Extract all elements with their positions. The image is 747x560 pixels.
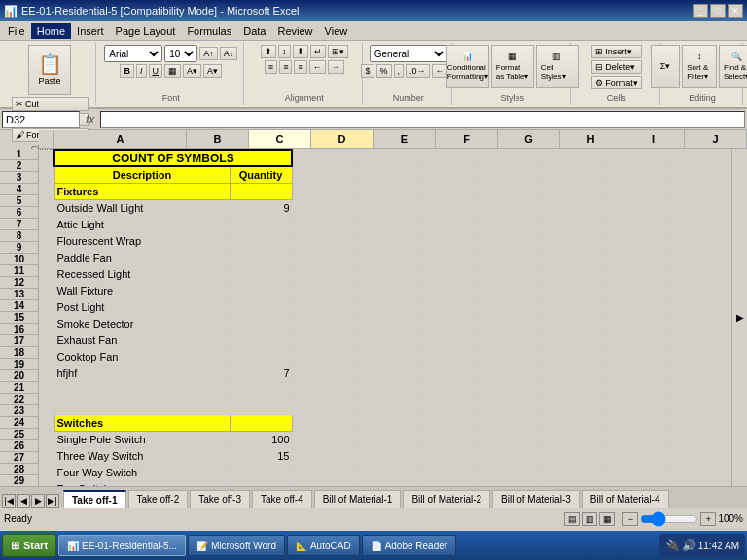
taskbar-item-excel[interactable]: 📊 EE-01-Residential-5... [58, 535, 186, 556]
cell-c7[interactable] [292, 249, 354, 265]
cell-f4[interactable] [479, 199, 541, 216]
cell-i17[interactable] [665, 414, 728, 431]
cell-g13[interactable] [541, 348, 603, 365]
cell-g15[interactable] [541, 381, 603, 398]
cell-a6[interactable]: Flourescent Wrap [54, 232, 230, 249]
cell-g5[interactable] [541, 216, 603, 232]
cell-h15[interactable] [603, 381, 665, 398]
align-left-button[interactable]: ≡ [265, 60, 277, 74]
cell-d10[interactable] [354, 298, 416, 315]
cell-d7[interactable] [354, 249, 416, 265]
cell-g14[interactable] [541, 365, 603, 381]
cell-i7[interactable] [665, 249, 728, 265]
sheet-tab-bom-4[interactable]: Bill of Material-4 [582, 490, 669, 508]
cell-a18[interactable]: Single Pole Switch [54, 431, 230, 447]
row-header-16[interactable]: 16 [0, 324, 39, 335]
cell-a9[interactable]: Wall Fixture [54, 282, 230, 298]
cell-e21[interactable] [416, 480, 479, 486]
cell-e18[interactable] [416, 431, 479, 447]
cell-a2[interactable]: Description [54, 166, 230, 183]
cell-e13[interactable] [416, 348, 479, 365]
cell-c2[interactable] [292, 166, 354, 183]
menu-insert[interactable]: Insert [71, 23, 110, 39]
increase-decimal-button[interactable]: .0→ [406, 64, 430, 78]
row-header-13[interactable]: 13 [0, 289, 39, 300]
italic-button[interactable]: I [136, 64, 147, 78]
border-button[interactable]: ▦ [164, 64, 181, 78]
menu-page-layout[interactable]: Page Layout [110, 23, 182, 39]
row-header-14[interactable]: 14 [0, 300, 39, 312]
cell-i10[interactable] [665, 298, 728, 315]
cell-b7[interactable] [230, 249, 292, 265]
cell-h21[interactable] [603, 480, 665, 486]
cell-e14[interactable] [416, 365, 479, 381]
cell-g7[interactable] [541, 249, 603, 265]
cell-h16[interactable] [603, 398, 665, 414]
cell-h6[interactable] [603, 232, 665, 249]
cell-e4[interactable] [416, 199, 479, 216]
cell-i5[interactable] [665, 216, 728, 232]
zoom-slider[interactable] [640, 511, 698, 527]
cell-c9[interactable] [292, 282, 354, 298]
cell-g19[interactable] [541, 447, 603, 464]
cell-b10[interactable] [230, 298, 292, 315]
row-header-7[interactable]: 7 [0, 219, 39, 230]
row-header-4[interactable]: 4 [0, 184, 39, 195]
cell-b18[interactable]: 100 [230, 431, 292, 447]
sheet-tab-bom-1[interactable]: Bill of Material-1 [314, 490, 402, 508]
underline-button[interactable]: U [149, 64, 163, 78]
cell-a20[interactable]: Four Way Switch [54, 464, 230, 480]
cell-g10[interactable] [541, 298, 603, 315]
page-break-view-button[interactable]: ▦ [599, 512, 615, 526]
cell-f17[interactable] [479, 414, 541, 431]
cell-e12[interactable] [416, 332, 479, 348]
sheet-tab-bom-2[interactable]: Bill of Material-2 [403, 490, 490, 508]
cell-d1[interactable] [354, 150, 416, 166]
cell-h10[interactable] [603, 298, 665, 315]
cell-h9[interactable] [603, 282, 665, 298]
row-header-26[interactable]: 26 [0, 440, 39, 452]
grid-scroll-area[interactable]: COUNT OF SYMBOLS Description Quantity [39, 149, 731, 486]
tab-last-button[interactable]: ▶| [46, 494, 59, 508]
cell-h11[interactable] [603, 315, 665, 332]
formula-input[interactable] [100, 111, 745, 128]
cell-b21[interactable] [230, 480, 292, 486]
col-header-h[interactable]: H [560, 130, 622, 148]
cell-e16[interactable] [416, 398, 479, 414]
cell-a4[interactable]: Outside Wall Light [54, 199, 230, 216]
tab-prev-button[interactable]: ◀ [17, 494, 30, 508]
sort-filter-button[interactable]: ↕ Sort & Filter▾ [682, 45, 717, 88]
cell-e10[interactable] [416, 298, 479, 315]
cell-d19[interactable] [354, 447, 416, 464]
cell-a13[interactable]: Cooktop Fan [54, 348, 230, 365]
cell-f13[interactable] [479, 348, 541, 365]
cell-i16[interactable] [665, 398, 728, 414]
font-size-selector[interactable]: 10 [164, 45, 197, 62]
cell-g3[interactable] [541, 183, 603, 199]
cell-c3[interactable] [292, 183, 354, 199]
insert-cells-button[interactable]: ⊞ Insert▾ [591, 45, 642, 58]
row-header-23[interactable]: 23 [0, 405, 39, 417]
cell-d11[interactable] [354, 315, 416, 332]
cell-h8[interactable] [603, 265, 665, 282]
row-header-18[interactable]: 18 [0, 347, 39, 359]
cell-d2[interactable] [354, 166, 416, 183]
cell-c4[interactable] [292, 199, 354, 216]
maximize-button[interactable]: □ [710, 4, 726, 18]
close-button[interactable]: ✕ [728, 4, 743, 18]
row-header-29[interactable]: 29 [0, 475, 39, 486]
cut-button[interactable]: ✂ Cut [12, 97, 89, 111]
paste-button[interactable]: 📋 Paste [28, 45, 71, 95]
cell-c11[interactable] [292, 315, 354, 332]
row-header-28[interactable]: 28 [0, 464, 39, 475]
cell-g16[interactable] [541, 398, 603, 414]
col-header-d[interactable]: D [311, 130, 374, 148]
menu-home[interactable]: Home [31, 23, 71, 39]
cell-c10[interactable] [292, 298, 354, 315]
cell-e5[interactable] [416, 216, 479, 232]
menu-formulas[interactable]: Formulas [181, 23, 237, 39]
sheet-tab-bom-3[interactable]: Bill of Material-3 [492, 490, 580, 508]
title-cell[interactable]: COUNT OF SYMBOLS [54, 150, 292, 166]
cell-g18[interactable] [541, 431, 603, 447]
menu-review[interactable]: Review [271, 23, 318, 39]
